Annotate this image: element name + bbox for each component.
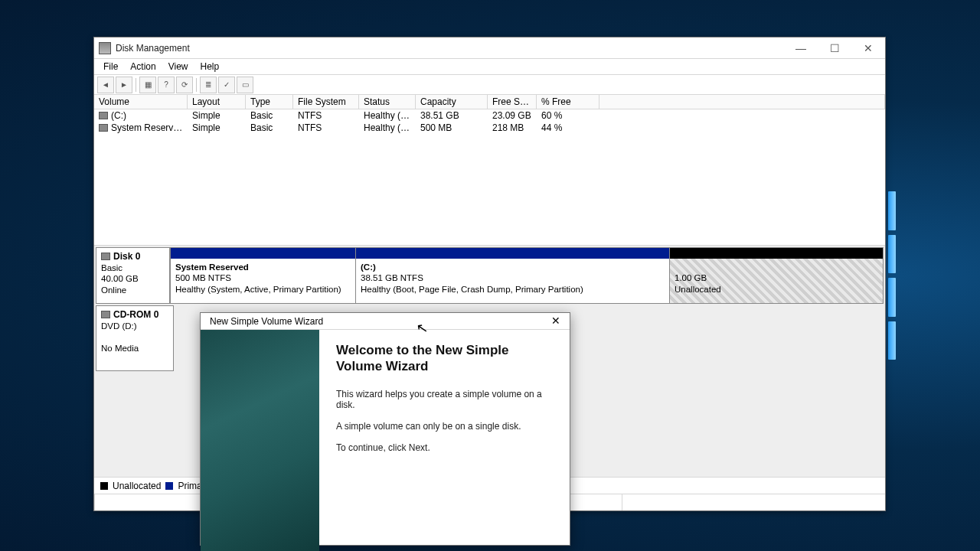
menubar: File Action View Help <box>94 59 885 75</box>
wizard-title: New Simple Volume Wizard <box>205 316 323 327</box>
settings-icon[interactable]: ▭ <box>237 77 253 93</box>
disk-0-row[interactable]: Disk 0 Basic 40.00 GB Online System Rese… <box>96 247 884 304</box>
list-icon[interactable]: ≣ <box>200 77 217 93</box>
toolbar: ◄ ► ▦ ? ⟳ ≣ ✓ ▭ <box>94 75 885 95</box>
wizard-text: This wizard helps you create a simple vo… <box>336 389 553 410</box>
col-status[interactable]: Status <box>359 95 416 109</box>
rescan-icon[interactable]: ✓ <box>218 77 235 93</box>
col-layout[interactable]: Layout <box>188 95 246 109</box>
cdrom-row[interactable]: CD-ROM 0 DVD (D:) No Media <box>96 305 174 371</box>
disk-icon <box>99 112 108 119</box>
app-icon <box>99 42 111 54</box>
help-icon[interactable]: ? <box>158 77 175 93</box>
wizard-banner <box>201 330 319 551</box>
col-free[interactable]: Free Spa... <box>488 95 537 109</box>
wizard-heading: Welcome to the New Simple Volume Wizard <box>336 342 553 375</box>
cd-icon <box>101 311 110 318</box>
wizard-close-button[interactable]: ✕ <box>547 315 565 327</box>
cdrom-label: CD-ROM 0 DVD (D:) No Media <box>96 306 170 370</box>
swatch-unallocated <box>100 482 108 490</box>
partition-bar <box>171 248 355 259</box>
partition-bar <box>356 248 669 259</box>
menu-file[interactable]: File <box>97 60 124 73</box>
partition-bar <box>670 248 883 259</box>
wizard-content: Welcome to the New Simple Volume Wizard … <box>319 330 570 551</box>
minimize-button[interactable]: — <box>784 37 818 58</box>
menu-help[interactable]: Help <box>194 60 226 73</box>
partition-unallocated[interactable]: 1.00 GB Unallocated <box>669 248 883 303</box>
partition-system-reserved[interactable]: System Reserved 500 MB NTFS Healthy (Sys… <box>170 248 355 303</box>
disk-icon <box>99 124 108 132</box>
volume-row[interactable]: (C:) Simple Basic NTFS Healthy (B... 38.… <box>94 109 885 122</box>
new-simple-volume-wizard: New Simple Volume Wizard ✕ Welcome to th… <box>200 312 570 546</box>
menu-view[interactable]: View <box>162 60 194 73</box>
disk-0-label: Disk 0 Basic 40.00 GB Online <box>96 248 170 303</box>
volume-list[interactable]: (C:) Simple Basic NTFS Healthy (B... 38.… <box>94 109 885 246</box>
window-title: Disk Management <box>116 43 784 54</box>
partition-c[interactable]: (C:) 38.51 GB NTFS Healthy (Boot, Page F… <box>355 248 669 303</box>
col-fs[interactable]: File System <box>293 95 359 109</box>
col-volume[interactable]: Volume <box>94 95 188 109</box>
maximize-button[interactable]: ☐ <box>818 37 851 58</box>
col-capacity[interactable]: Capacity <box>416 95 488 109</box>
disk-icon <box>101 253 110 260</box>
wizard-text: A simple volume can only be on a single … <box>336 421 553 432</box>
forward-icon[interactable]: ► <box>116 77 132 93</box>
back-icon[interactable]: ◄ <box>97 77 114 93</box>
volume-row[interactable]: System Reserved Simple Basic NTFS Health… <box>94 122 885 134</box>
wizard-text: To continue, click Next. <box>336 442 553 453</box>
wizard-titlebar[interactable]: New Simple Volume Wizard ✕ <box>201 313 570 330</box>
refresh-icon[interactable]: ⟳ <box>176 77 193 93</box>
titlebar[interactable]: Disk Management — ☐ ✕ <box>94 37 885 59</box>
swatch-primary <box>165 482 173 490</box>
volume-header[interactable]: Volume Layout Type File System Status Ca… <box>94 95 885 109</box>
properties-icon[interactable]: ▦ <box>139 77 156 93</box>
close-button[interactable]: ✕ <box>851 37 885 58</box>
col-type[interactable]: Type <box>246 95 293 109</box>
menu-action[interactable]: Action <box>124 60 162 73</box>
col-pct[interactable]: % Free <box>537 95 599 109</box>
